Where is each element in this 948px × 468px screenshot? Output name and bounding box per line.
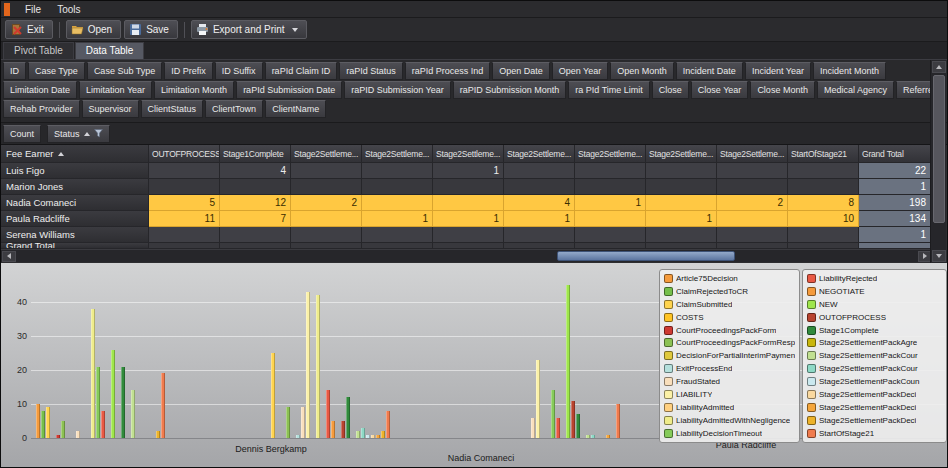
field-button-supervisor[interactable]: Supervisor (82, 100, 139, 118)
data-cell[interactable] (362, 195, 433, 211)
data-cell[interactable] (362, 179, 433, 195)
data-cell[interactable] (717, 227, 788, 243)
data-cell[interactable]: 198 (859, 195, 931, 211)
row-header-paula-radcliffe[interactable]: Paula Radcliffe (1, 211, 149, 227)
field-button-ra-pid-time-limit[interactable]: ra PId Time Limit (568, 81, 650, 99)
column-header-stage2settleme[interactable]: Stage2Settleme... (717, 145, 788, 163)
field-button-case-sub-type[interactable]: Case Sub Type (87, 62, 162, 80)
column-header-stage2settleme[interactable]: Stage2Settleme... (291, 145, 362, 163)
data-cell[interactable] (433, 227, 504, 243)
data-cell[interactable] (717, 163, 788, 179)
column-header-startofstage21[interactable]: StartOfStage21 (788, 145, 859, 163)
data-cell[interactable] (220, 179, 291, 195)
data-cell[interactable] (149, 179, 220, 195)
field-button-close-year[interactable]: Close Year (691, 81, 749, 99)
field-button-open-year[interactable]: Open Year (552, 62, 609, 80)
field-button-incident-date[interactable]: Incident Date (676, 62, 743, 80)
field-button-id[interactable]: ID (3, 62, 26, 80)
data-cell[interactable]: 4 (504, 195, 575, 211)
data-cell[interactable] (788, 179, 859, 195)
data-cell[interactable]: 1 (646, 211, 717, 227)
data-cell[interactable] (433, 179, 504, 195)
field-button-id-suffix[interactable]: ID Suffix (215, 62, 263, 80)
data-cell[interactable] (220, 227, 291, 243)
exit-button[interactable]: Exit (5, 20, 53, 39)
data-cell[interactable] (291, 179, 362, 195)
save-button[interactable]: Save (124, 20, 178, 39)
data-cell[interactable]: 5 (149, 195, 220, 211)
column-header-stage2settleme[interactable]: Stage2Settleme... (433, 145, 504, 163)
data-cell[interactable]: 11 (149, 211, 220, 227)
data-cell[interactable]: 134 (859, 211, 931, 227)
field-button-rapid-status[interactable]: raPId Status (339, 62, 403, 80)
field-button-clienttown[interactable]: ClientTown (205, 100, 263, 118)
data-cell[interactable] (646, 227, 717, 243)
data-cell[interactable] (504, 179, 575, 195)
data-cell[interactable] (717, 211, 788, 227)
data-cell[interactable]: 22 (859, 163, 931, 179)
data-cell[interactable] (575, 163, 646, 179)
data-cell[interactable]: 1 (433, 163, 504, 179)
data-cell[interactable] (646, 179, 717, 195)
column-header-stage1complete[interactable]: Stage1Complete (220, 145, 291, 163)
field-button-case-type[interactable]: Case Type (28, 62, 85, 80)
open-button[interactable]: Open (66, 20, 121, 39)
menu-tools[interactable]: Tools (49, 3, 88, 16)
scroll-up-arrow[interactable] (932, 61, 946, 73)
data-cell[interactable] (291, 163, 362, 179)
data-cell[interactable]: 1 (859, 179, 931, 195)
data-cell[interactable]: 7 (220, 211, 291, 227)
field-button-limitation-year[interactable]: Limitation Year (79, 81, 152, 99)
data-cell[interactable] (717, 179, 788, 195)
data-cell[interactable] (433, 195, 504, 211)
data-cell[interactable] (788, 227, 859, 243)
data-cell[interactable]: 1 (575, 195, 646, 211)
data-cell[interactable] (149, 227, 220, 243)
data-cell[interactable] (788, 163, 859, 179)
data-cell[interactable] (646, 163, 717, 179)
data-cell[interactable] (646, 195, 717, 211)
row-header-nadia-comaneci[interactable]: Nadia Comaneci (1, 195, 149, 211)
field-button-open-month[interactable]: Open Month (610, 62, 674, 80)
data-cell[interactable]: 10 (788, 211, 859, 227)
scroll-left-arrow[interactable] (2, 251, 16, 262)
field-button-medical-agency[interactable]: Medical Agency (817, 81, 894, 99)
field-button-open-date[interactable]: Open Date (492, 62, 550, 80)
horizontal-scroll-thumb[interactable] (557, 251, 735, 261)
field-button-limitation-month[interactable]: Limitation Month (154, 81, 234, 99)
column-header-stage2settleme[interactable]: Stage2Settleme... (362, 145, 433, 163)
field-button-close[interactable]: Close (652, 81, 689, 99)
field-button-close-month[interactable]: Close Month (750, 81, 815, 99)
data-cell[interactable] (291, 211, 362, 227)
data-cell[interactable]: 1 (433, 211, 504, 227)
row-header-luis-figo[interactable]: Luis Figo (1, 163, 149, 179)
row-header-marion-jones[interactable]: Marion Jones (1, 179, 149, 195)
data-cell[interactable]: 1 (362, 211, 433, 227)
data-field-count[interactable]: Count (3, 125, 41, 143)
horizontal-scrollbar[interactable] (1, 249, 933, 262)
data-cell[interactable] (575, 227, 646, 243)
data-cell[interactable]: 2 (717, 195, 788, 211)
scroll-down-arrow[interactable] (932, 250, 946, 262)
field-button-rapid-submission-month[interactable]: raPID Submission Month (453, 81, 567, 99)
field-button-clientname[interactable]: ClientName (265, 100, 326, 118)
column-header-outofprocess[interactable]: OUTOFPROCESS (149, 145, 220, 163)
data-cell[interactable] (291, 227, 362, 243)
data-cell[interactable] (504, 227, 575, 243)
field-button-rehab-provider[interactable]: Rehab Provider (3, 100, 80, 118)
filter-icon[interactable] (94, 129, 103, 138)
field-button-rapid-process-ind[interactable]: raPId Process Ind (405, 62, 491, 80)
export-print-button[interactable]: Export and Print (191, 20, 307, 39)
data-cell[interactable]: 1 (859, 227, 931, 243)
row-header-serena-williams[interactable]: Serena Williams (1, 227, 149, 243)
field-button-rapid-claim-id[interactable]: raPId Claim ID (265, 62, 338, 80)
tab-pivot-table[interactable]: Pivot Table (3, 42, 74, 59)
tab-data-table[interactable]: Data Table (75, 42, 145, 59)
field-button-limitation-date[interactable]: Limitation Date (3, 81, 77, 99)
data-cell[interactable] (362, 163, 433, 179)
data-cell[interactable] (362, 227, 433, 243)
menu-file[interactable]: File (17, 3, 49, 16)
field-button-incident-month[interactable]: Incident Month (813, 62, 886, 80)
data-cell[interactable]: 8 (788, 195, 859, 211)
data-cell[interactable] (504, 163, 575, 179)
